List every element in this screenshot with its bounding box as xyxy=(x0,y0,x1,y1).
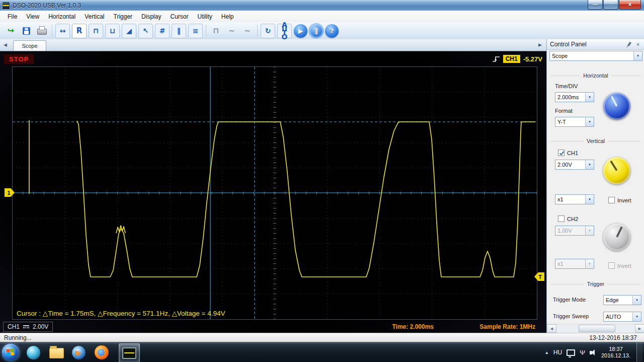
channel1-info-chip: CH1 2.00V xyxy=(3,322,53,332)
panel-close-icon[interactable]: × xyxy=(634,41,641,47)
trigger-mode-select[interactable]: Edge ▼ xyxy=(603,295,641,305)
autoset-button[interactable]: AUTO xyxy=(277,24,292,38)
reference-button[interactable]: R xyxy=(72,24,87,38)
clock[interactable]: 18:37 2016.12.13. xyxy=(600,346,632,359)
maximize-button[interactable]: □ xyxy=(603,0,618,10)
firefox-taskbar-button[interactable] xyxy=(92,343,112,361)
horizontal-cursors-button[interactable]: ≡ xyxy=(188,24,203,38)
help-button[interactable]: ? xyxy=(325,24,339,38)
language-indicator[interactable]: HU xyxy=(553,349,562,356)
open-button[interactable]: ↪ xyxy=(4,24,18,38)
checkbox-icon xyxy=(608,262,615,269)
panel-scrollbar[interactable]: ◀ ▶ xyxy=(547,324,644,333)
pulse-window-button[interactable]: ⊓ xyxy=(89,24,103,38)
step-wave-button[interactable]: ⊓ xyxy=(209,24,223,38)
menu-help[interactable]: Help xyxy=(217,12,238,22)
ramp-icon: ◢ xyxy=(126,27,132,34)
grid-button[interactable]: # xyxy=(155,24,170,38)
display-tray-icon[interactable] xyxy=(567,349,575,356)
cursor-readout: Cursor : △Time = 1.75mS, △Frequency = 57… xyxy=(17,309,225,317)
window-title: DSO-2020 USB Ver 1.0.3 xyxy=(13,2,81,9)
chevron-down-icon[interactable]: ▼ xyxy=(633,51,642,60)
tab-bar: ◀ Scope ▶ xyxy=(0,39,546,51)
menu-utility[interactable]: Utility xyxy=(193,12,216,22)
ch1-volt-select[interactable]: 2.00V ▼ xyxy=(555,160,594,170)
start-button[interactable] xyxy=(2,344,19,361)
scope-display[interactable]: 1 T Cursor : △Time = 1.75mS, △Frequency … xyxy=(12,66,537,320)
tab-scope[interactable]: Scope xyxy=(13,40,46,51)
pin-icon[interactable] xyxy=(626,41,633,47)
cursor-tool-icon: ↖ xyxy=(143,27,149,34)
chevron-down-icon[interactable]: ▼ xyxy=(585,160,594,169)
scrollbar-thumb[interactable] xyxy=(579,325,616,332)
ch1-probe-select[interactable]: x1 ▼ xyxy=(555,194,594,204)
open-icon: ↪ xyxy=(8,27,14,35)
chevron-down-icon[interactable]: ▼ xyxy=(585,226,594,235)
vertical-group-title: Vertical xyxy=(551,138,640,144)
format-label: Format xyxy=(555,108,573,114)
usb-tray-icon[interactable]: Ψ xyxy=(580,349,585,356)
cursor-tool-button[interactable]: ↖ xyxy=(138,24,153,38)
ch2-probe-select[interactable]: x1 ▼ xyxy=(555,259,594,269)
media-center-taskbar-button[interactable] xyxy=(23,343,43,361)
clock-time: 18:37 xyxy=(600,346,632,352)
menu-vertical[interactable]: Vertical xyxy=(80,12,109,22)
media-player-taskbar-button[interactable]: ▶ xyxy=(68,343,89,361)
horizontal-position-knob[interactable] xyxy=(603,93,630,120)
trigger-sweep-select[interactable]: AUTO ▼ xyxy=(603,312,641,322)
explorer-taskbar-button[interactable] xyxy=(46,343,66,361)
menu-trigger[interactable]: Trigger xyxy=(109,12,137,22)
vertical-cursors-button[interactable]: ∥ xyxy=(172,24,186,38)
channel1-scale: 2.00V xyxy=(33,323,48,330)
pause-icon: ∥ xyxy=(314,28,318,34)
chevron-down-icon[interactable]: ▼ xyxy=(585,259,594,268)
chevron-down-icon[interactable]: ▼ xyxy=(632,296,641,305)
save-button[interactable] xyxy=(20,24,33,38)
scroll-left-icon[interactable]: ◀ xyxy=(547,324,556,333)
horizontal-group-title: Horizontal xyxy=(551,73,640,79)
show-desktop-button[interactable] xyxy=(636,342,642,362)
sine-wave-button[interactable]: ∼ xyxy=(240,24,254,38)
application-window: DSO-2020 USB Ver 1.0.3 — □ × File View H… xyxy=(0,0,644,362)
menu-horizontal[interactable]: Horizontal xyxy=(44,12,80,22)
format-select[interactable]: Y-T ▼ xyxy=(555,117,594,127)
chevron-down-icon[interactable]: ▼ xyxy=(585,117,594,126)
ch1-position-knob[interactable] xyxy=(603,157,630,184)
ch2-invert-checkbox[interactable]: Invert xyxy=(608,262,631,269)
menu-cursor[interactable]: Cursor xyxy=(166,12,193,22)
chevron-down-icon[interactable]: ▼ xyxy=(632,312,641,321)
ch1-invert-checkbox[interactable]: Invert xyxy=(608,197,631,203)
tab-scroll-right-icon[interactable]: ▶ xyxy=(538,42,542,47)
ch2-position-knob[interactable] xyxy=(603,224,630,251)
menu-file[interactable]: File xyxy=(3,12,22,22)
ramp-button[interactable]: ◢ xyxy=(122,24,136,38)
smooth-wave-button[interactable]: ∼ xyxy=(225,24,238,38)
refresh-button[interactable]: ↻ xyxy=(261,24,275,38)
print-button[interactable] xyxy=(35,24,49,38)
taskbar: ▶ ▲ HU Ψ 18:37 2016.12.13. xyxy=(0,342,644,362)
panel-mode-select[interactable]: Scope ▼ xyxy=(549,51,642,61)
ch2-volt-select[interactable]: 1.00V ▼ xyxy=(555,226,594,236)
pan-zoom-button[interactable]: ↔ xyxy=(55,24,70,38)
timediv-select[interactable]: 2.000ms ▼ xyxy=(555,92,594,102)
hidden-icons-icon[interactable]: ▲ xyxy=(545,350,549,355)
tab-scroll-left-icon[interactable]: ◀ xyxy=(4,42,7,47)
run-button[interactable]: ▶ xyxy=(294,24,307,38)
pulse-window2-button[interactable]: ⊔ xyxy=(105,24,120,38)
scroll-right-icon[interactable]: ▶ xyxy=(635,324,644,333)
chevron-down-icon[interactable]: ▼ xyxy=(585,195,594,204)
close-button[interactable]: × xyxy=(619,0,641,10)
pause-button[interactable]: ∥ xyxy=(309,24,323,38)
volume-tray-icon[interactable] xyxy=(590,351,592,354)
ch2-enable-checkbox[interactable]: CH2 xyxy=(558,215,578,222)
scrollbar-track[interactable] xyxy=(556,324,635,333)
chevron-down-icon[interactable]: ▼ xyxy=(585,93,594,102)
menu-view[interactable]: View xyxy=(22,12,44,22)
minimize-button[interactable]: — xyxy=(588,0,603,10)
dso-app-taskbar-button[interactable] xyxy=(119,343,140,362)
trigger-source-badge: CH1 xyxy=(503,55,520,63)
status-bar: Running... 13-12-2016 18:37 xyxy=(0,333,644,342)
control-panel-title: Control Panel xyxy=(550,41,624,48)
menu-display[interactable]: Display xyxy=(137,12,166,22)
ch1-enable-checkbox[interactable]: CH1 xyxy=(558,150,578,156)
